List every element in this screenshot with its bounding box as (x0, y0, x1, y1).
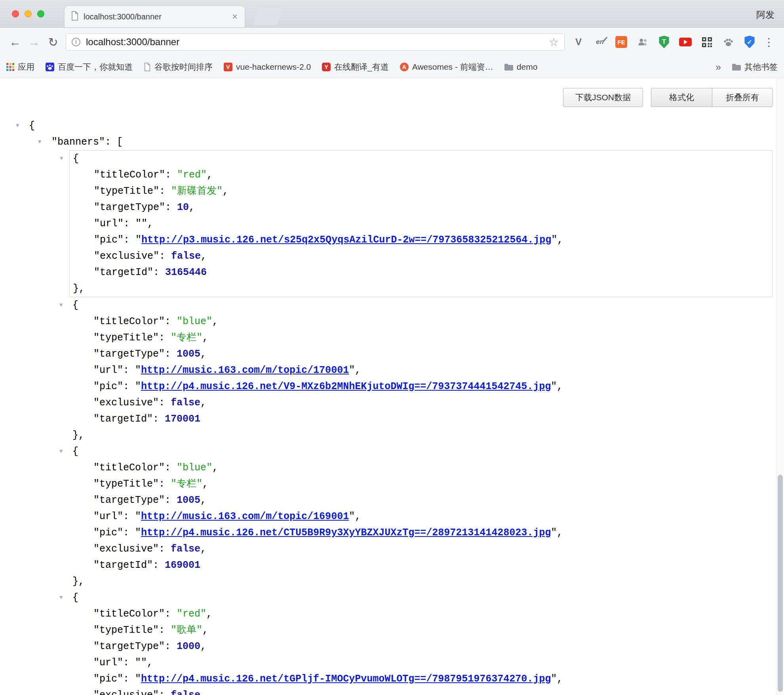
json-object-open: ▼{ (69, 297, 773, 313)
json-text: : (165, 202, 177, 213)
translate-glyph: en (596, 38, 604, 46)
green-shield-icon[interactable]: T (657, 35, 671, 49)
collapse-toggle-icon[interactable]: ▼ (38, 134, 41, 150)
json-url-link[interactable]: http://music.163.com/m/topic/169001 (141, 511, 349, 522)
bookmark-label: 谷歌按时间排序 (154, 61, 213, 73)
youtube-icon[interactable] (679, 35, 692, 49)
json-text: false (171, 543, 200, 555)
download-json-button[interactable]: 下载JSON数据 (563, 88, 643, 107)
json-property-line: "exclusive": false, (69, 541, 773, 557)
collapse-toggle-icon[interactable]: ▼ (59, 297, 63, 313)
json-text: "pic" (94, 234, 124, 246)
json-property-line: "targetId": 169001 (69, 557, 773, 573)
json-property-line: "pic": "http://p3.music.126.net/s25q2x5Q… (70, 232, 773, 248)
json-text: : (165, 495, 177, 506)
bookmark-item-awesomes[interactable]: A Awesomes - 前端资… (400, 61, 493, 73)
vue-icon: V (224, 63, 232, 71)
bookmark-item-demo-folder[interactable]: demo (504, 62, 538, 72)
omnibox[interactable]: i localhost:3000/banner ☆ (66, 33, 565, 51)
json-text: : (124, 218, 135, 229)
json-text: 169001 (165, 559, 200, 571)
bookmark-item-baidu[interactable]: 百度一下，你就知道 (46, 61, 133, 73)
collapse-toggle-icon[interactable]: ▼ (59, 443, 63, 460)
url-text[interactable]: localhost:3000/banner (86, 36, 549, 48)
bookmark-item-youdao[interactable]: Y 在线翻译_有道 (322, 61, 389, 73)
json-text: , (557, 527, 563, 538)
json-text: }, (72, 430, 84, 441)
bookmark-star-icon[interactable]: ☆ (549, 36, 559, 49)
paw-icon[interactable] (721, 35, 735, 49)
translate-en-icon[interactable]: en (593, 35, 607, 49)
bookmark-item-google-sort[interactable]: 谷歌按时间排序 (144, 61, 213, 73)
json-text: " (551, 234, 557, 246)
json-property-line: "typeTitle": "新碟首发", (70, 183, 773, 199)
apps-shortcut[interactable]: 应用 (6, 61, 34, 73)
json-text: "blue" (177, 316, 212, 327)
tab-close-icon[interactable]: × (230, 12, 239, 21)
json-text: "专栏" (171, 332, 202, 344)
reload-button[interactable]: ↻ (44, 32, 63, 52)
collaboration-icon[interactable] (636, 35, 649, 49)
json-text: " (135, 511, 141, 522)
json-url-link[interactable]: http://p4.music.126.net/CTU5B9R9y3XyYBZX… (141, 527, 551, 538)
json-root-open: ▼{ (0, 118, 784, 134)
scrollbar-thumb[interactable] (778, 475, 783, 692)
json-text: : (165, 348, 177, 360)
json-url-link[interactable]: http://p3.music.126.net/s25q2x5QyqsAzilC… (141, 234, 551, 246)
json-text: " (135, 365, 141, 376)
qrcode-icon[interactable] (700, 35, 714, 49)
json-text: "pic" (93, 527, 123, 538)
collapse-toggle-icon[interactable]: ▼ (59, 590, 63, 606)
json-text: , (202, 624, 208, 636)
back-button[interactable]: ← (6, 32, 25, 52)
json-text: : (123, 381, 135, 392)
json-banners-open: ▼"banners": [ (0, 134, 784, 150)
extensions-row: V en FE T ✓ (572, 35, 756, 49)
other-bookmarks-folder[interactable]: 其他书签 (732, 61, 778, 73)
collapse-toggle-icon[interactable]: ▼ (16, 118, 19, 134)
close-window-button[interactable] (12, 10, 19, 17)
json-text: "titleColor" (93, 462, 165, 474)
json-text: "red" (177, 608, 206, 620)
json-url-link[interactable]: http://p4.music.126.net/tGPljf-IMOCyPvum… (141, 673, 551, 685)
collapse-all-button[interactable]: 折叠所有 (712, 88, 773, 107)
json-banner-object: ▼{"titleColor": "red","typeTitle": "新碟首发… (69, 150, 773, 297)
zoom-window-button[interactable] (37, 10, 44, 17)
blue-shield-icon[interactable]: ✓ (743, 35, 756, 49)
json-object-open: ▼{ (69, 590, 773, 606)
site-info-icon[interactable]: i (72, 38, 80, 46)
json-text: : (165, 641, 177, 652)
fe-icon[interactable]: FE (615, 35, 628, 49)
json-text: " (349, 511, 355, 522)
profile-name[interactable]: 阿发 (756, 9, 774, 21)
baidu-paw-icon (46, 63, 54, 71)
json-url-link[interactable]: http://music.163.com/m/topic/170001 (141, 365, 349, 376)
format-button[interactable]: 格式化 (651, 88, 712, 107)
json-object-close: }, (70, 281, 773, 297)
json-text: , (223, 185, 228, 197)
json-text: , (202, 478, 208, 490)
vimium-icon[interactable]: V (572, 35, 585, 49)
json-text: : (124, 234, 135, 246)
json-text: "titleColor" (93, 608, 165, 620)
json-object-close: }, (69, 427, 773, 443)
json-text: : (159, 250, 171, 262)
new-tab-button[interactable] (253, 8, 283, 25)
actions-row: 下载JSON数据 格式化 折叠所有 (0, 78, 784, 107)
json-banner-object: ▼{"titleColor": "blue","typeTitle": "专栏"… (69, 443, 773, 590)
json-text: "banners" (51, 136, 105, 148)
youdao-icon: Y (322, 63, 331, 71)
json-text: "red" (177, 169, 207, 181)
forward-button[interactable]: → (25, 32, 44, 52)
json-text: : (123, 527, 135, 538)
minimize-window-button[interactable] (25, 10, 32, 17)
bookmarks-overflow-chevron[interactable]: » (715, 61, 721, 73)
collapse-toggle-icon[interactable]: ▼ (60, 151, 63, 167)
json-url-link[interactable]: http://p4.music.126.net/V9-MXz6b2MNhEKju… (141, 381, 551, 392)
json-text: , (355, 365, 361, 376)
json-text: : (159, 478, 171, 490)
browser-menu-icon[interactable]: ⋮ (759, 36, 778, 49)
json-text: : (165, 169, 177, 181)
bookmark-item-vue-hackernews[interactable]: V vue-hackernews-2.0 (224, 62, 311, 72)
browser-tab[interactable]: localhost:3000/banner × (65, 6, 245, 27)
